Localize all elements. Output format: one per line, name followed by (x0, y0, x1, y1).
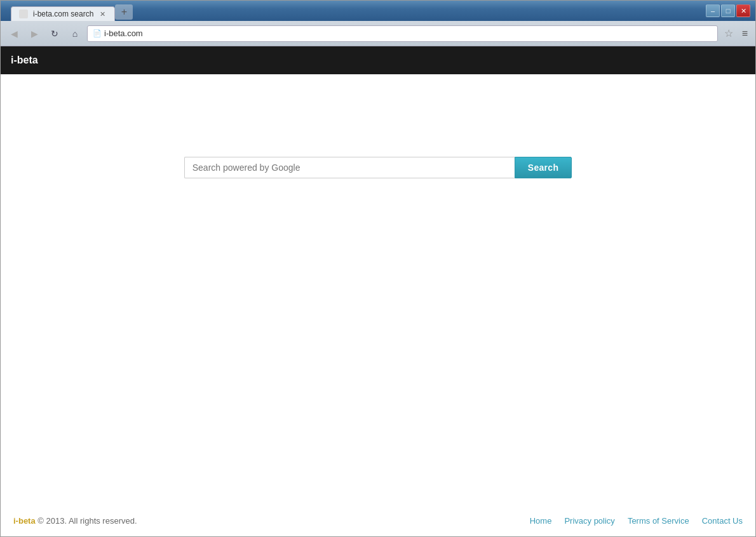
forward-button[interactable]: ▶ (26, 25, 43, 42)
minimize-button[interactable]: – (706, 4, 720, 17)
menu-button[interactable]: ≡ (739, 28, 750, 39)
tab-favicon (19, 10, 28, 18)
search-box: Search (184, 157, 572, 178)
new-tab-button[interactable]: + (115, 4, 133, 20)
footer-copyright-text: © 2013. All rights reserved. (36, 516, 137, 526)
site-footer: i-beta © 2013. All rights reserved. Home… (1, 505, 755, 536)
address-bar[interactable]: 📄 i-beta.com (87, 25, 718, 42)
title-bar: i-beta.com search ✕ + – □ ✕ (1, 1, 755, 21)
footer-brand: i-beta (13, 516, 36, 526)
active-tab[interactable]: i-beta.com search ✕ (11, 6, 115, 21)
navigation-bar: ◀ ▶ ↻ ⌂ 📄 i-beta.com ☆ ≡ (1, 21, 755, 46)
footer-links: Home Privacy policy Terms of Service Con… (530, 516, 743, 526)
footer-link-home[interactable]: Home (530, 516, 552, 526)
back-button[interactable]: ◀ (6, 25, 22, 42)
footer-link-terms[interactable]: Terms of Service (628, 516, 689, 526)
browser-window: i-beta.com search ✕ + – □ ✕ ◀ ▶ ↻ ⌂ 📄 i-… (0, 0, 756, 537)
address-text: i-beta.com (104, 29, 143, 38)
footer-link-contact[interactable]: Contact Us (702, 516, 743, 526)
site-header: i-beta (1, 46, 755, 74)
address-document-icon: 📄 (93, 29, 102, 37)
close-button[interactable]: ✕ (736, 4, 750, 17)
main-content: Search i-beta © 2013. All rights reserve… (1, 74, 755, 536)
search-input[interactable] (184, 157, 515, 178)
maximize-button[interactable]: □ (721, 4, 735, 17)
search-area: Search (1, 74, 755, 178)
bookmark-button[interactable]: ☆ (722, 27, 736, 39)
window-controls: – □ ✕ (706, 4, 750, 17)
tab-bar: i-beta.com search ✕ + (6, 4, 138, 21)
page-content: i-beta Search i-beta © 2013. All rights … (1, 46, 755, 536)
home-button[interactable]: ⌂ (67, 25, 83, 42)
tab-title: i-beta.com search (33, 10, 93, 18)
site-logo: i-beta (11, 55, 38, 66)
tab-close-button[interactable]: ✕ (98, 10, 107, 18)
reload-button[interactable]: ↻ (46, 25, 63, 42)
footer-link-privacy[interactable]: Privacy policy (564, 516, 614, 526)
search-button[interactable]: Search (515, 157, 572, 178)
footer-copyright: i-beta © 2013. All rights reserved. (13, 516, 137, 526)
